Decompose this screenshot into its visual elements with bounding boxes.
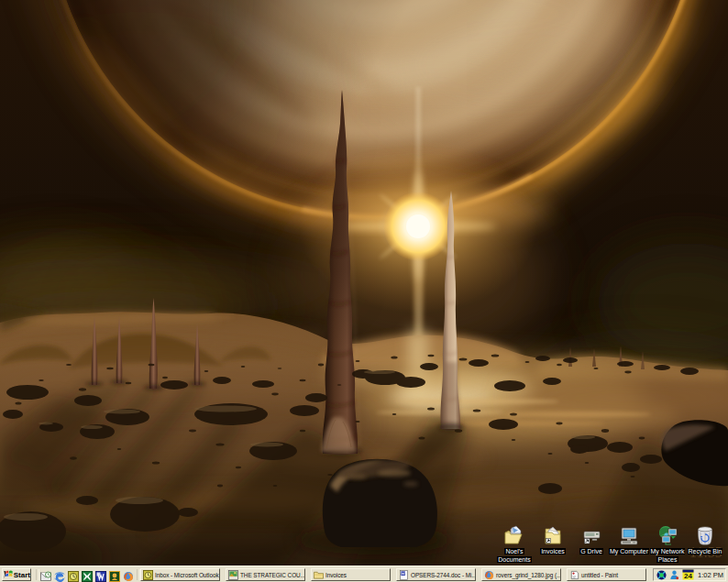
svg-text:24: 24: [684, 572, 692, 580]
